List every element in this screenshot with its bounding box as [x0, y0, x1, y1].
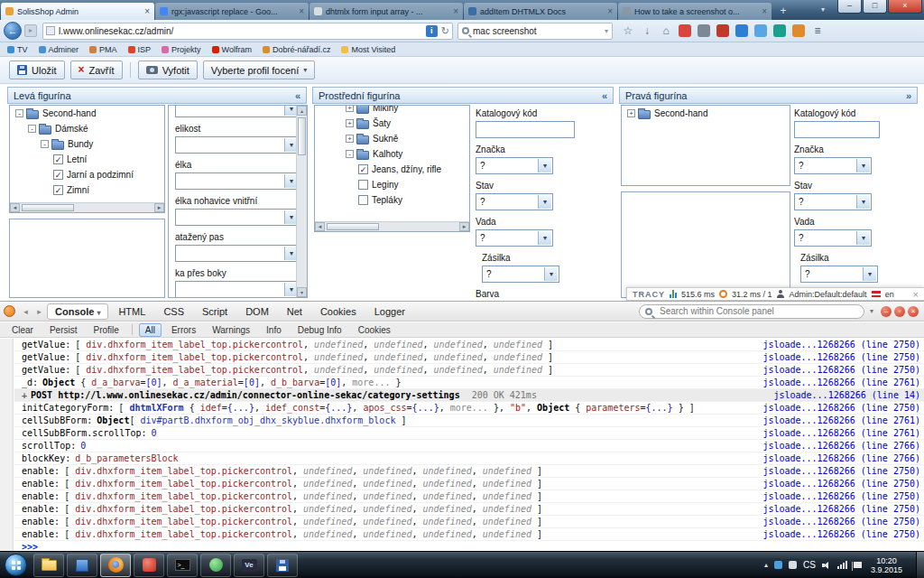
- field-select[interactable]: [175, 105, 300, 117]
- collapse-chevron[interactable]: «: [602, 90, 607, 101]
- bookmark-item[interactable]: PMA: [89, 45, 117, 54]
- filter-button-clear[interactable]: Clear: [5, 323, 40, 337]
- taskbar-terminal-icon[interactable]: [167, 554, 198, 577]
- expander-icon[interactable]: +: [22, 389, 27, 401]
- firebug-icon[interactable]: [4, 305, 15, 317]
- tracy-close-button[interactable]: ×: [913, 289, 919, 300]
- action-center-flag-icon[interactable]: [854, 562, 862, 568]
- addon-blue-icon[interactable]: [735, 24, 748, 37]
- source-link[interactable]: jsloade...1268266 (line 2750): [753, 503, 920, 515]
- firebug-minimize-button[interactable]: –: [881, 306, 892, 317]
- window-close-button[interactable]: [888, 0, 922, 14]
- download-icon[interactable]: ↓: [641, 24, 653, 37]
- scroll-right-button[interactable]: [459, 222, 469, 231]
- horizontal-scrollbar[interactable]: [315, 221, 469, 231]
- tree-item[interactable]: +Mikiny: [315, 105, 469, 116]
- bookmark-item[interactable]: TV: [7, 45, 28, 54]
- tree-expander-icon[interactable]: +: [346, 105, 354, 112]
- source-link[interactable]: jsloade...1268266 (line 2750): [753, 516, 920, 527]
- filter-button-warnings[interactable]: Warnings: [206, 323, 256, 337]
- start-button[interactable]: [5, 554, 27, 576]
- tree-expander-icon[interactable]: -: [15, 109, 23, 117]
- back-button[interactable]: [4, 22, 22, 40]
- firebug-tab-cookies[interactable]: Cookies: [312, 303, 365, 320]
- filter-button-debug-info[interactable]: Debug Info: [291, 323, 348, 337]
- source-link[interactable]: jsloade...1268266 (line 14): [764, 389, 920, 401]
- filter-button-errors[interactable]: Errors: [165, 323, 202, 337]
- taskbar-ve-editor-icon[interactable]: Ve: [234, 554, 264, 577]
- horizontal-scrollbar[interactable]: [10, 202, 164, 212]
- browser-tab[interactable]: SolisShop Admin×: [1, 3, 154, 20]
- source-link[interactable]: jsloade...1268266 (line 2761): [753, 427, 920, 439]
- tree-checkbox[interactable]: ✓: [53, 154, 63, 164]
- search-input[interactable]: [473, 26, 605, 36]
- tree-expander-icon[interactable]: -: [28, 125, 36, 133]
- field-select[interactable]: [175, 209, 300, 226]
- url-bar[interactable]: i: [42, 23, 453, 40]
- tree-expander-icon[interactable]: -: [346, 150, 354, 158]
- tree-item[interactable]: -Dámské: [10, 121, 164, 136]
- tree-item[interactable]: -Kalhoty: [315, 146, 469, 162]
- firebug-search-input[interactable]: [660, 306, 858, 316]
- field-select[interactable]: ?: [482, 266, 559, 283]
- tree-checkbox[interactable]: ✓: [53, 185, 63, 195]
- firebug-popout-button[interactable]: ▫: [894, 306, 905, 317]
- filter-button-persist[interactable]: Persist: [43, 323, 84, 337]
- field-select[interactable]: ?: [794, 193, 872, 210]
- taskbar-app-green-icon[interactable]: [200, 554, 231, 577]
- tree-item[interactable]: Tepláky: [315, 192, 469, 208]
- tree-checkbox[interactable]: ✓: [53, 170, 63, 180]
- field-select[interactable]: ?: [800, 266, 878, 283]
- language-indicator[interactable]: CS: [803, 560, 816, 570]
- browser-tab[interactable]: dhtmlx form input array - ...×: [310, 3, 463, 20]
- bookmark-item[interactable]: ISP: [128, 45, 152, 54]
- tab-close-icon[interactable]: ×: [144, 7, 150, 15]
- firebug-tab-css[interactable]: CSS: [155, 303, 192, 320]
- taskbar-explorer-icon[interactable]: [33, 554, 64, 577]
- addon-orange-icon[interactable]: [792, 24, 805, 37]
- filter-button-cookies[interactable]: Cookies: [352, 323, 397, 337]
- tree-expander-icon[interactable]: +: [346, 119, 354, 127]
- firebug-tab-script[interactable]: Script: [194, 303, 236, 320]
- source-link[interactable]: jsloade...1268266 (line 2750): [753, 402, 920, 414]
- bookmark-item[interactable]: Most Visited: [341, 45, 395, 54]
- speaker-icon[interactable]: [822, 561, 831, 570]
- tree-item[interactable]: -Bundy: [10, 136, 164, 152]
- photo-button[interactable]: Vyfotit: [138, 61, 198, 79]
- taskbar-app-red-icon[interactable]: [134, 554, 164, 577]
- tree-checkbox[interactable]: ✓: [358, 164, 368, 174]
- url-input[interactable]: [59, 26, 426, 36]
- scroll-up-button[interactable]: [297, 106, 307, 116]
- home-icon[interactable]: ⌂: [660, 24, 672, 37]
- tree-checkbox[interactable]: [358, 180, 368, 190]
- tree-checkbox[interactable]: [358, 195, 368, 205]
- tree-item[interactable]: ✓Zimní: [10, 182, 164, 198]
- search-engine-caret-icon[interactable]: [605, 27, 608, 35]
- source-link[interactable]: jsloade...1268266 (line 2766): [753, 452, 920, 464]
- firebug-close-button[interactable]: ×: [908, 306, 919, 317]
- tree-item[interactable]: +Sukně: [315, 131, 469, 146]
- scroll-thumb[interactable]: [327, 223, 379, 230]
- source-link[interactable]: jsloade...1268266 (line 2761): [753, 377, 920, 388]
- field-select[interactable]: [175, 172, 300, 190]
- firebug-search[interactable]: [639, 304, 864, 319]
- scroll-thumb[interactable]: [22, 204, 74, 211]
- tray-app-icon[interactable]: [774, 561, 782, 569]
- window-minimize-button[interactable]: [837, 0, 862, 14]
- network-icon[interactable]: [837, 561, 847, 569]
- taskbar-app-cube-icon[interactable]: [67, 554, 97, 577]
- filter-button-info[interactable]: Info: [260, 323, 288, 337]
- field-select[interactable]: ?: [794, 157, 872, 174]
- field-select[interactable]: ?: [476, 229, 553, 247]
- new-tab-button[interactable]: +: [773, 5, 793, 19]
- field-select[interactable]: [175, 245, 300, 262]
- browser-tab[interactable]: rgx:javascript replace - Goo...×: [155, 3, 309, 20]
- tree-item[interactable]: Leginy: [315, 177, 469, 192]
- bookmark-item[interactable]: Adminer: [39, 45, 79, 54]
- source-link[interactable]: jsloade...1268266 (line 2750): [753, 465, 920, 477]
- tree-item[interactable]: ✓Jarní a podzimní: [10, 167, 164, 182]
- bookmark-item[interactable]: Projekty: [162, 45, 201, 54]
- bookmark-item[interactable]: Dobré-nářadí.cz: [263, 45, 331, 54]
- addon-lightblue-icon[interactable]: [754, 24, 767, 37]
- firebug-tab-logger[interactable]: Logger: [366, 303, 413, 320]
